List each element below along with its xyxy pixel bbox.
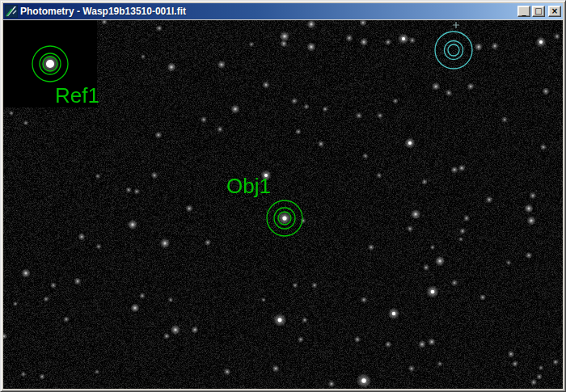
minimize-button[interactable]: _ bbox=[517, 6, 530, 17]
photometry-window: Photometry - Wasp19b13510-001l.fit _ □ ×… bbox=[0, 0, 566, 392]
app-icon[interactable] bbox=[5, 5, 18, 18]
image-area: Ref1 Obj1 bbox=[3, 20, 563, 389]
titlebar[interactable]: Photometry - Wasp19b13510-001l.fit _ □ × bbox=[3, 3, 563, 19]
star-field-canvas[interactable] bbox=[3, 20, 563, 389]
close-button[interactable]: × bbox=[548, 6, 561, 17]
maximize-button[interactable]: □ bbox=[532, 6, 545, 17]
window-title: Photometry - Wasp19b13510-001l.fit bbox=[20, 3, 515, 19]
window-controls: _ □ × bbox=[517, 6, 561, 17]
